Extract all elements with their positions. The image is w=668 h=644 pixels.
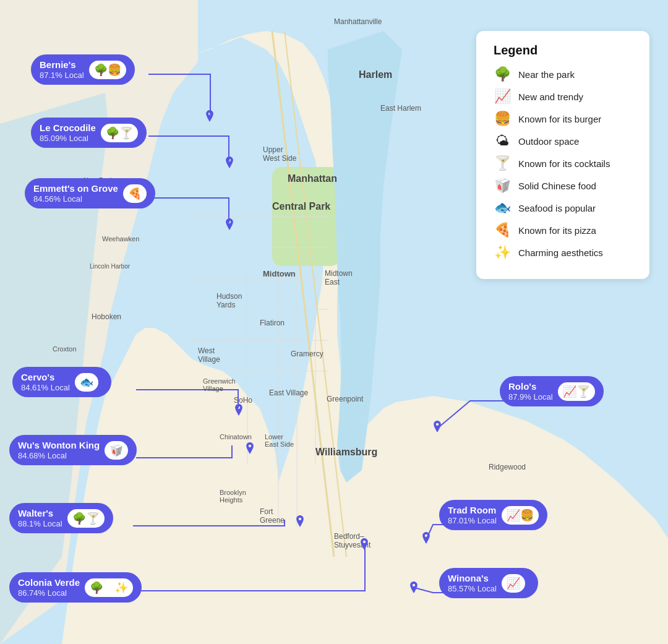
pill-colonia[interactable]: Colonia Verde 86.74% Local 🌳🌤✨ bbox=[9, 572, 142, 603]
legend-title: Legend bbox=[494, 43, 632, 58]
pin-bernies bbox=[204, 110, 215, 124]
legend-label-outdoor: Outdoor space bbox=[518, 136, 579, 147]
legend-label-seafood: Seafood is popular bbox=[518, 203, 596, 213]
legend-item-burger: 🍔 Known for its burger bbox=[494, 111, 632, 127]
pill-winonas-icons: 📈 bbox=[502, 574, 525, 593]
pill-colonia-icons: 🌳🌤✨ bbox=[85, 578, 133, 597]
legend-label-cocktails: Known for its cocktails bbox=[518, 158, 610, 169]
pill-winonas-pct: 85.57% Local bbox=[448, 584, 497, 593]
pill-wus-icons: 🥡 bbox=[105, 441, 128, 460]
trendy-icon: 📈 bbox=[494, 88, 511, 105]
pin-colonia bbox=[359, 538, 370, 552]
outdoor-icon: 🌤 bbox=[494, 133, 511, 149]
pin-wus bbox=[244, 442, 255, 456]
pill-le-crocodile-pct: 85.09% Local bbox=[40, 134, 96, 143]
cocktails-icon: 🍸 bbox=[494, 155, 511, 171]
pill-rolos-pct: 87.9% Local bbox=[508, 392, 553, 401]
pin-tradroom bbox=[421, 532, 432, 546]
legend-item-seafood: 🐟 Seafood is popular bbox=[494, 200, 632, 216]
pill-bernies-name: Bernie's bbox=[40, 59, 84, 71]
pill-colonia-name: Colonia Verde bbox=[18, 577, 80, 588]
legend-label-park: Near the park bbox=[518, 69, 575, 80]
pill-walters[interactable]: Walter's 88.1% Local 🌳🍸 bbox=[9, 503, 113, 533]
legend-item-charming: ✨ Charming aesthetics bbox=[494, 244, 632, 260]
legend: Legend 🌳 Near the park 📈 New and trendy … bbox=[476, 31, 649, 279]
pill-emmetts[interactable]: Emmett's on Grove 84.56% Local 🍕 bbox=[25, 178, 155, 208]
pill-bernies-icons: 🌳🍔 bbox=[89, 61, 126, 79]
pill-bernies[interactable]: Bernie's 87.1% Local 🌳🍔 bbox=[31, 54, 135, 85]
pill-cervos-icons: 🐟 bbox=[75, 373, 98, 392]
seafood-icon: 🐟 bbox=[494, 200, 511, 216]
pill-cervos-pct: 84.61% Local bbox=[21, 383, 70, 392]
pill-le-crocodile[interactable]: Le Crocodile 85.09% Local 🌳🍸 bbox=[31, 118, 147, 148]
legend-label-burger: Known for its burger bbox=[518, 114, 601, 124]
pill-tradroom-name: Trad Room bbox=[448, 505, 497, 516]
legend-item-chinese: 🥡 Solid Chinese food bbox=[494, 178, 632, 194]
pill-cervos-name: Cervo's bbox=[21, 372, 70, 383]
legend-item-trendy: 📈 New and trendy bbox=[494, 88, 632, 105]
pill-emmetts-icons: 🍕 bbox=[123, 184, 147, 203]
legend-item-cocktails: 🍸 Known for its cocktails bbox=[494, 155, 632, 171]
legend-label-pizza: Known for its pizza bbox=[518, 225, 596, 236]
chinese-icon: 🥡 bbox=[494, 178, 511, 194]
pill-winonas[interactable]: Winona's 85.57% Local 📈 bbox=[439, 568, 538, 598]
pill-walters-pct: 88.1% Local bbox=[18, 519, 62, 528]
pin-cervos bbox=[233, 404, 244, 418]
pill-rolos-icons: 📈🍸 bbox=[558, 382, 595, 401]
pill-wus[interactable]: Wu's Wonton King 84.68% Local 🥡 bbox=[9, 435, 137, 465]
pill-tradroom-icons: 📈🍔 bbox=[502, 506, 539, 525]
pill-emmetts-pct: 84.56% Local bbox=[33, 194, 118, 204]
pill-bernies-pct: 87.1% Local bbox=[40, 71, 84, 80]
pin-winonas bbox=[408, 582, 419, 595]
park-icon: 🌳 bbox=[494, 66, 511, 82]
legend-item-pizza: 🍕 Known for its pizza bbox=[494, 222, 632, 238]
pill-wus-name: Wu's Wonton King bbox=[18, 440, 100, 451]
pin-emmetts bbox=[224, 218, 235, 232]
pill-rolos-name: Rolo's bbox=[508, 381, 553, 392]
pill-winonas-name: Winona's bbox=[448, 573, 497, 584]
map-container: Central Park Manhattanville Harlem East … bbox=[0, 0, 668, 644]
pill-walters-name: Walter's bbox=[18, 508, 62, 519]
pizza-icon: 🍕 bbox=[494, 222, 511, 238]
pill-cervos[interactable]: Cervo's 84.61% Local 🐟 bbox=[12, 367, 111, 397]
pill-emmetts-name: Emmett's on Grove bbox=[33, 183, 118, 194]
pin-walters bbox=[294, 515, 306, 529]
pill-rolos[interactable]: Rolo's 87.9% Local 📈🍸 bbox=[500, 376, 604, 406]
legend-item-outdoor: 🌤 Outdoor space bbox=[494, 133, 632, 149]
legend-label-trendy: New and trendy bbox=[518, 92, 583, 102]
legend-label-charming: Charming aesthetics bbox=[518, 247, 603, 258]
pin-le-crocodile bbox=[224, 157, 235, 170]
legend-label-chinese: Solid Chinese food bbox=[518, 181, 596, 191]
pill-le-crocodile-name: Le Crocodile bbox=[40, 122, 96, 134]
pill-tradroom-pct: 87.01% Local bbox=[448, 516, 497, 525]
pin-rolos bbox=[432, 421, 443, 434]
charming-icon: ✨ bbox=[494, 244, 511, 260]
legend-item-park: 🌳 Near the park bbox=[494, 66, 632, 82]
pill-le-crocodile-icons: 🌳🍸 bbox=[101, 124, 138, 142]
burger-icon: 🍔 bbox=[494, 111, 511, 127]
pill-tradroom[interactable]: Trad Room 87.01% Local 📈🍔 bbox=[439, 500, 547, 530]
pill-walters-icons: 🌳🍸 bbox=[67, 509, 105, 528]
pill-colonia-pct: 86.74% Local bbox=[18, 588, 80, 598]
pill-wus-pct: 84.68% Local bbox=[18, 451, 100, 460]
